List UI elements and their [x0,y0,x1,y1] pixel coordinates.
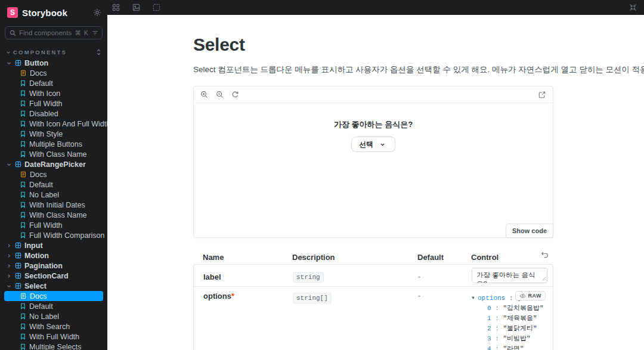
sidebar-story-daterangepicker-with-initial-dates[interactable]: With Initial Dates [0,200,107,210]
col-header-default: Default [417,253,471,262]
sidebar-component-sectioncard[interactable]: SectionCard [0,271,107,281]
json-item-value: "라면" [503,345,524,350]
sidebar-story-button-disabled[interactable]: Disabled [0,109,107,119]
page-title: Select [193,35,553,55]
sidebar-story-button-full-width[interactable]: Full Width [0,98,107,109]
sidebar-story-button-default[interactable]: Default [0,78,107,88]
sidebar-item-label: Full Width Comparison [29,231,104,240]
story-bookmark-icon [20,202,26,208]
story-bookmark-icon [20,303,26,309]
zoom-in-icon[interactable] [200,91,208,98]
collapse-all-icon[interactable] [96,49,101,55]
sidebar-item-label: Default [29,79,53,88]
json-array-item: 1 : "제육볶음" [472,314,544,324]
story-bookmark-icon [20,90,26,97]
sidebar-item-label: Select [24,282,47,290]
chevron-down-icon [380,142,385,147]
col-header-name: Name [203,253,292,262]
raw-toggle-button[interactable]: RAW [515,291,546,301]
fullscreen-toggle-icon[interactable] [629,4,637,11]
sidebar-story-daterangepicker-full-width[interactable]: Full Width [0,220,107,230]
sidebar-component-button[interactable]: Button [0,58,107,68]
chevron-right-icon [6,253,12,258]
sidebar-item-label: Motion [24,252,49,260]
components-section-header[interactable]: COMPONENTS [0,45,107,58]
sidebar-story-select-default[interactable]: Default [0,301,107,311]
show-code-button[interactable]: Show code [506,224,553,238]
story-demo: 가장 좋아하는 음식은? 선택 [194,103,553,152]
sidebar-story-daterangepicker-docs[interactable]: Docs [0,169,107,179]
args-table: Name Description Default Control labelst… [193,250,553,350]
zoom-reset-icon[interactable] [231,91,239,98]
outline-icon[interactable] [153,4,160,11]
search-input[interactable]: Find components ⌘ K [5,26,103,39]
gear-icon[interactable] [93,8,101,17]
story-bookmark-icon [20,232,26,239]
sidebar-item-label: Pagination [24,262,63,270]
chevron-right-icon [6,264,12,268]
sidebar-story-button-docs[interactable]: Docs [0,68,107,78]
sidebar-item-label: With Full Width [29,333,79,341]
raw-label: RAW [528,293,542,299]
sidebar-story-daterangepicker-full-width-comparison[interactable]: Full Width Comparison [0,230,107,240]
args-row-label: labelstring- [194,265,553,286]
arg-default: - [418,272,472,281]
image-background-icon[interactable] [132,4,140,11]
story-bookmark-icon [20,313,26,320]
sidebar-item-label: Full Width [29,100,63,108]
zoom-out-icon[interactable] [216,91,224,98]
sidebar-item-label: Full Width [29,221,63,230]
sidebar-story-select-docs[interactable]: Docs [0,291,107,301]
component-description: Select 컴포넌트는 드롭다운 메뉴를 표시하고 사용자가 옵션을 선택할 … [193,64,553,76]
story-bookmark-icon [20,212,26,218]
canvas-toolbar [107,0,644,15]
sidebar-component-select[interactable]: Select [0,281,107,291]
sidebar-story-button-with-class-name[interactable]: With Class Name [0,149,107,159]
sidebar-component-input[interactable]: Input [0,240,107,250]
sidebar-story-select-with-full-width[interactable]: With Full Width [0,332,107,342]
components-section-label: COMPONENTS [13,49,94,55]
sidebar-item-label: With Icon And Full Width [29,120,107,128]
sidebar-component-daterangepicker[interactable]: DateRangePicker [0,159,107,169]
sidebar-component-motion[interactable]: Motion [0,250,107,261]
sidebar-component-pagination[interactable]: Pagination [0,261,107,271]
story-bookmark-icon [20,80,26,86]
col-header-description: Description [292,253,417,262]
sidebar-story-button-with-style[interactable]: With Style [0,129,107,139]
sidebar-toggle-grid-icon[interactable] [112,4,120,11]
open-external-icon[interactable] [538,91,546,98]
type-chip: string [293,272,324,283]
sidebar-story-button-with-icon-and-full-width[interactable]: With Icon And Full Width [0,119,107,129]
text-control-input[interactable] [472,268,547,283]
sidebar-story-select-no-label[interactable]: No Label [0,311,107,321]
docs-icon [20,171,26,178]
sidebar-story-button-with-icon[interactable]: With Icon [0,88,107,98]
sidebar-story-select-with-search[interactable]: With Search [0,321,107,332]
sidebar-item-label: Docs [30,292,47,301]
filter-icon[interactable] [92,30,98,36]
component-grid-icon [15,283,21,289]
sidebar-story-daterangepicker-default[interactable]: Default [0,179,107,190]
json-item-value: "비빔밥" [503,335,530,342]
args-table-body: labelstring-options*string[]-RAW▼options… [193,264,553,350]
col-header-control: Control [471,253,544,262]
sidebar-story-daterangepicker-with-class-name[interactable]: With Class Name [0,210,107,220]
caret-down-icon[interactable]: ▼ [472,293,478,303]
required-asterisk: * [231,292,234,301]
sidebar-story-select-multiple-selects[interactable]: Multiple Selects [0,342,107,350]
story-bookmark-icon [20,343,26,350]
docs-page[interactable]: Select Select 컴포넌트는 드롭다운 메뉴를 표시하고 사용자가 옵… [107,15,644,350]
sidebar-item-label: With Class Name [29,150,87,159]
eye-icon [519,293,526,299]
sidebar-item-label: Default [29,302,53,311]
component-grid-icon [15,262,21,269]
main-area: Select Select 컴포넌트는 드롭다운 메뉴를 표시하고 사용자가 옵… [107,0,644,350]
select-trigger-button[interactable]: 선택 [351,137,395,152]
sidebar-story-daterangepicker-no-label[interactable]: No Label [0,190,107,200]
json-key: options [478,295,505,302]
select-value: 선택 [359,140,373,150]
sidebar-story-button-multiple-buttons[interactable]: Multiple Buttons [0,139,107,149]
chevron-down-icon [6,284,12,289]
chevron-down-icon [6,61,12,66]
reset-controls-icon[interactable] [541,251,549,259]
